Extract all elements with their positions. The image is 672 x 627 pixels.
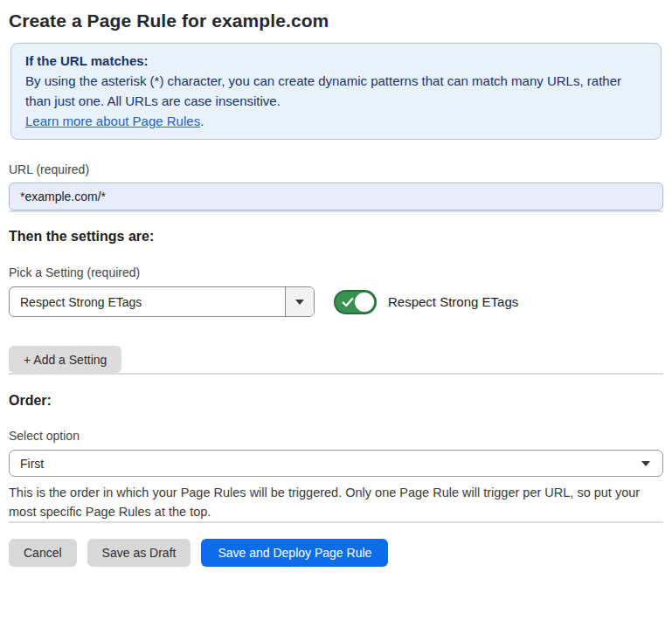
add-setting-button[interactable]: + Add a Setting <box>9 346 121 373</box>
respect-strong-etags-toggle[interactable] <box>334 290 377 314</box>
order-select-value: First <box>20 457 44 471</box>
footer-actions: Cancel Save as Draft Save and Deploy Pag… <box>9 539 663 567</box>
settings-section-heading: Then the settings are: <box>9 229 663 245</box>
setting-dropdown-arrow-button[interactable] <box>285 287 314 316</box>
setting-dropdown-value: Respect Strong ETags <box>10 287 285 316</box>
chevron-down-icon <box>295 300 304 305</box>
url-input[interactable] <box>9 183 663 210</box>
url-field-label: URL (required) <box>9 162 663 176</box>
save-and-deploy-button[interactable]: Save and Deploy Page Rule <box>201 539 388 567</box>
learn-more-link[interactable]: Learn more about Page Rules <box>25 114 200 128</box>
divider <box>9 521 663 523</box>
save-as-draft-button[interactable]: Save as Draft <box>87 539 191 567</box>
check-icon <box>342 296 354 308</box>
cancel-button[interactable]: Cancel <box>9 539 77 567</box>
page-title: Create a Page Rule for example.com <box>9 10 663 31</box>
toggle-label: Respect Strong ETags <box>388 294 518 309</box>
info-box-heading: If the URL matches: <box>25 51 647 71</box>
url-matches-info-box: If the URL matches: By using the asteris… <box>10 43 662 140</box>
divider <box>9 373 663 375</box>
order-section-heading: Order: <box>9 393 663 409</box>
order-select[interactable]: First <box>9 450 663 477</box>
info-box-body: By using the asterisk (*) character, you… <box>25 71 647 131</box>
divider <box>9 210 663 212</box>
chevron-down-icon <box>641 461 650 466</box>
info-box-body-text: By using the asterisk (*) character, you… <box>25 73 621 108</box>
order-select-label: Select option <box>9 429 663 443</box>
setting-controls-row: Respect Strong ETags Respect Strong ETag… <box>9 286 663 317</box>
setting-dropdown[interactable]: Respect Strong ETags <box>9 286 315 317</box>
link-suffix: . <box>200 114 204 128</box>
order-help-text: This is the order in which your Page Rul… <box>9 483 663 521</box>
toggle-knob <box>355 293 374 312</box>
pick-setting-label: Pick a Setting (required) <box>9 265 663 279</box>
